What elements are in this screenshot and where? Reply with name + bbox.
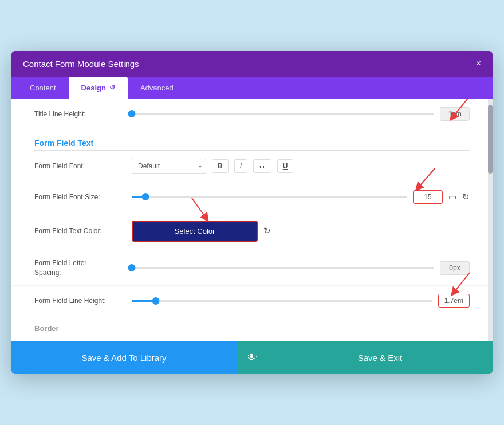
modal-footer: Save & Add To Library 👁 Save & Exit xyxy=(11,341,493,374)
title-line-height-slider[interactable] xyxy=(132,113,434,115)
font-italic-button[interactable]: I xyxy=(234,159,247,173)
form-field-letter-spacing-label: Form Field LetterSpacing: xyxy=(34,258,126,278)
modal: Contact Form Module Settings × Content D… xyxy=(11,51,493,375)
font-underline-button[interactable]: U xyxy=(277,159,294,173)
form-field-line-height-value[interactable]: 1.7em xyxy=(438,294,470,308)
eye-icon: 👁 xyxy=(247,352,257,364)
title-line-height-row: Title Line Height: 1em xyxy=(11,99,493,129)
form-field-font-row: Form Field Font: Default B I TT U xyxy=(11,151,493,182)
form-field-text-color-row: Form Field Text Color: Select Color ↻ xyxy=(11,213,493,250)
modal-header: Contact Form Module Settings × xyxy=(11,51,493,77)
tab-design[interactable]: Design ↺ xyxy=(69,77,128,99)
form-field-letter-spacing-value[interactable]: 0px xyxy=(440,261,470,275)
save-exit-button[interactable]: Save & Exit xyxy=(267,341,493,374)
font-tt-button[interactable]: TT xyxy=(253,159,271,173)
font-size-reset-button[interactable]: ↻ xyxy=(462,192,470,202)
select-color-button[interactable]: Select Color xyxy=(132,221,258,242)
modal-body: Title Line Height: 1em Form Field Text F… xyxy=(11,99,493,341)
form-field-font-label: Form Field Font: xyxy=(34,162,126,170)
modal-close-button[interactable]: × xyxy=(476,59,481,68)
form-field-line-height-row: Form Field Line Height: 1.7em xyxy=(11,286,493,316)
form-field-font-select-wrap[interactable]: Default xyxy=(132,159,206,174)
form-field-letter-spacing-slider[interactable] xyxy=(132,267,434,269)
save-add-library-button[interactable]: Save & Add To Library xyxy=(11,341,237,374)
scrollbar-thumb[interactable] xyxy=(488,105,493,174)
form-field-font-size-row: Form Field Font Size: 15 ▭ ↻ xyxy=(11,182,493,213)
form-field-line-height-label: Form Field Line Height: xyxy=(34,297,126,305)
form-field-line-height-slider[interactable] xyxy=(132,300,432,302)
form-field-font-size-label: Form Field Font Size: xyxy=(34,193,126,201)
title-line-height-label: Title Line Height: xyxy=(34,110,126,118)
modal-title: Contact Form Module Settings xyxy=(23,59,139,69)
tab-advanced[interactable]: Advanced xyxy=(128,77,186,99)
tab-content[interactable]: Content xyxy=(17,77,69,99)
design-reset-icon[interactable]: ↺ xyxy=(109,84,115,92)
form-field-font-size-slider[interactable] xyxy=(132,196,407,198)
border-section-partial: Border xyxy=(11,316,493,341)
form-field-letter-spacing-row: Form Field LetterSpacing: 0px xyxy=(11,250,493,286)
form-field-text-heading: Form Field Text xyxy=(11,129,493,150)
tabs-bar: Content Design ↺ Advanced xyxy=(11,77,493,99)
form-field-font-size-value[interactable]: 15 xyxy=(413,190,443,204)
text-color-reset-button[interactable]: ↻ xyxy=(263,226,271,236)
font-bold-button[interactable]: B xyxy=(212,159,229,173)
title-line-height-value[interactable]: 1em xyxy=(440,107,470,121)
form-field-font-select[interactable]: Default xyxy=(132,159,206,174)
device-toggle-icon[interactable]: ▭ xyxy=(448,192,456,202)
form-field-text-color-label: Form Field Text Color: xyxy=(34,227,126,235)
eye-button[interactable]: 👁 xyxy=(237,341,267,374)
modal-overlay: Contact Form Module Settings × Content D… xyxy=(0,0,504,425)
